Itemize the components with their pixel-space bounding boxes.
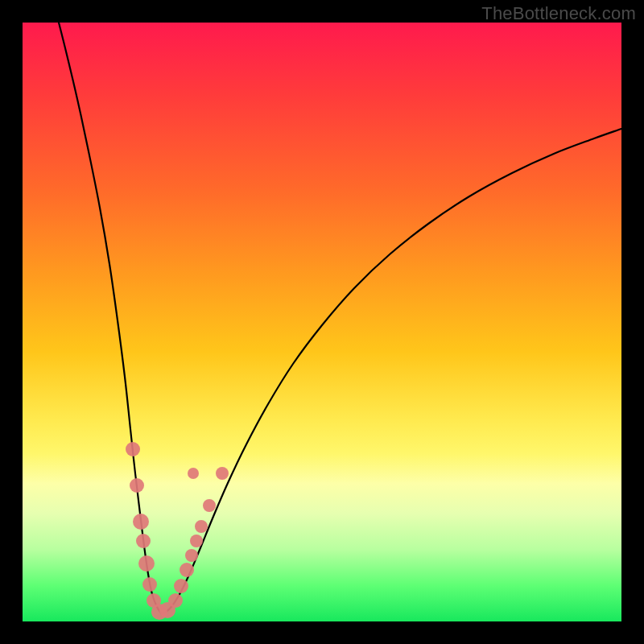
data-marker — [136, 534, 151, 548]
curve-right-branch — [162, 129, 621, 614]
plot-area — [23, 23, 621, 621]
watermark-text: TheBottleneck.com — [481, 3, 636, 24]
data-marker — [188, 468, 199, 479]
data-marker — [180, 563, 194, 577]
data-marker — [130, 478, 144, 493]
data-marker — [190, 535, 203, 547]
data-marker — [203, 499, 216, 512]
data-marker — [174, 579, 188, 593]
curve-layer — [23, 23, 621, 621]
data-marker — [138, 555, 155, 572]
chart-frame: TheBottleneck.com — [0, 0, 644, 644]
data-marker — [185, 549, 198, 562]
data-marker — [168, 593, 183, 608]
data-marker — [216, 467, 229, 480]
data-marker — [195, 520, 208, 533]
data-marker — [142, 577, 157, 592]
data-markers — [126, 442, 229, 620]
data-marker — [133, 514, 149, 530]
data-marker — [126, 442, 140, 456]
